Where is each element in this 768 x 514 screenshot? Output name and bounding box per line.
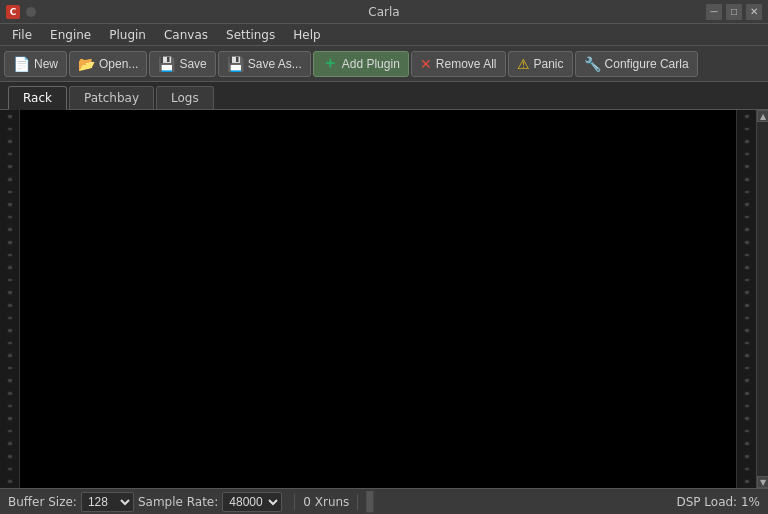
menu-canvas[interactable]: Canvas [156, 26, 216, 44]
removeall-label: Remove All [436, 57, 497, 71]
configure-icon: 🔧 [584, 56, 601, 72]
configure-label: Configure Carla [605, 57, 689, 71]
menu-file[interactable]: File [4, 26, 40, 44]
meter-icon: ▌ [366, 491, 380, 512]
titlebar-title: Carla [368, 5, 399, 19]
close-button[interactable]: ✕ [746, 4, 762, 20]
buffer-size-label: Buffer Size: [8, 495, 77, 509]
rack-dot-right [744, 467, 750, 472]
tab-logs[interactable]: Logs [156, 86, 214, 109]
menu-help[interactable]: Help [285, 26, 328, 44]
open-label: Open... [99, 57, 138, 71]
rack-dot-right [744, 328, 750, 333]
panic-label: Panic [534, 57, 564, 71]
rack-dot-left [7, 114, 13, 119]
rack-dot-left [7, 366, 13, 371]
rack-dot-left [7, 139, 13, 144]
rack-dot-right [744, 316, 750, 321]
rack-dot-left [7, 416, 13, 421]
rack-dot-left [7, 303, 13, 308]
new-button[interactable]: 📄 New [4, 51, 67, 77]
rack-dot-left [7, 316, 13, 321]
new-label: New [34, 57, 58, 71]
rack-dot-right [744, 265, 750, 270]
rack-dot-left [7, 278, 13, 283]
rack-left [0, 110, 20, 488]
rack-dot-right [744, 391, 750, 396]
save-label: Save [179, 57, 206, 71]
rack-dot-right [744, 479, 750, 484]
main-content: ▲ ▼ [0, 110, 768, 488]
sample-rate-select[interactable]: 22050 44100 48000 88200 96000 [222, 492, 282, 512]
rack-dot-right [744, 378, 750, 383]
rack-dot-left [7, 127, 13, 132]
rack-dot-left [7, 190, 13, 195]
rack-dot-left [7, 391, 13, 396]
rack-dot-left [7, 328, 13, 333]
scroll-track[interactable] [757, 122, 768, 476]
rack-dot-left [7, 454, 13, 459]
menu-plugin[interactable]: Plugin [101, 26, 154, 44]
rack-dot-left [7, 353, 13, 358]
rack-dot-right [744, 454, 750, 459]
rack-dot-right [744, 152, 750, 157]
statusbar: Buffer Size: 64 128 256 512 1024 2048 Sa… [0, 488, 768, 514]
rack-dot-right [744, 227, 750, 232]
rack-dot-left [7, 378, 13, 383]
xruns-display: 0 Xruns [303, 495, 349, 509]
status-divider-2 [357, 494, 358, 510]
rack-dot-left [7, 290, 13, 295]
status-divider [294, 494, 295, 510]
remove-all-button[interactable]: ✕ Remove All [411, 51, 506, 77]
open-button[interactable]: 📂 Open... [69, 51, 147, 77]
save-button[interactable]: 💾 Save [149, 51, 215, 77]
titlebar: C Carla ─ □ ✕ [0, 0, 768, 24]
rack-dot-left [7, 441, 13, 446]
saveas-button[interactable]: 💾 Save As... [218, 51, 311, 77]
rack-dot-left [7, 240, 13, 245]
rack-right [736, 110, 756, 488]
titlebar-left: C [6, 5, 36, 19]
toolbar: 📄 New 📂 Open... 💾 Save 💾 Save As... ＋ Ad… [0, 46, 768, 82]
scroll-up-button[interactable]: ▲ [757, 110, 768, 122]
maximize-button[interactable]: □ [726, 4, 742, 20]
dsp-load-display: DSP Load: 1% [676, 495, 760, 509]
scrollbar[interactable]: ▲ ▼ [756, 110, 768, 488]
rack-dot-right [744, 253, 750, 258]
window-controls: ─ □ ✕ [706, 4, 762, 20]
rack-dot-left [7, 215, 13, 220]
add-plugin-button[interactable]: ＋ Add Plugin [313, 51, 409, 77]
tab-rack[interactable]: Rack [8, 86, 67, 110]
rack-dot-right [744, 215, 750, 220]
window-close-dot[interactable] [26, 7, 36, 17]
open-icon: 📂 [78, 56, 95, 72]
rack-dot-left [7, 429, 13, 434]
menu-settings[interactable]: Settings [218, 26, 283, 44]
panic-button[interactable]: ⚠ Panic [508, 51, 573, 77]
buffer-size-select[interactable]: 64 128 256 512 1024 2048 [81, 492, 134, 512]
rack-dot-left [7, 265, 13, 270]
minimize-button[interactable]: ─ [706, 4, 722, 20]
rack-area [20, 110, 736, 488]
saveas-icon: 💾 [227, 56, 244, 72]
rack-dot-left [7, 467, 13, 472]
menu-engine[interactable]: Engine [42, 26, 99, 44]
addplugin-icon: ＋ [322, 53, 338, 74]
rack-dot-left [7, 253, 13, 258]
rack-dot-left [7, 404, 13, 409]
rack-dot-right [744, 177, 750, 182]
rack-dot-right [744, 366, 750, 371]
tab-patchbay[interactable]: Patchbay [69, 86, 154, 109]
rack-dot-right [744, 202, 750, 207]
configure-button[interactable]: 🔧 Configure Carla [575, 51, 698, 77]
rack-dot-left [7, 479, 13, 484]
rack-dot-right [744, 416, 750, 421]
sample-rate-label: Sample Rate: [138, 495, 218, 509]
rack-dot-right [744, 353, 750, 358]
rack-dot-right [744, 164, 750, 169]
menubar: File Engine Plugin Canvas Settings Help [0, 24, 768, 46]
rack-dot-right [744, 127, 750, 132]
scroll-down-button[interactable]: ▼ [757, 476, 768, 488]
rack-dot-right [744, 303, 750, 308]
tabbar: Rack Patchbay Logs [0, 82, 768, 110]
